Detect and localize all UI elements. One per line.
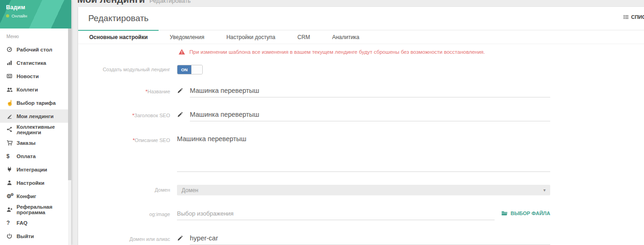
- menu-section-label: Меню: [0, 28, 71, 43]
- gears-icon: ⚙⚙: [6, 194, 17, 199]
- modular-landing-toggle[interactable]: ON: [177, 65, 203, 74]
- sidebar-item-colleagues[interactable]: Коллеги: [0, 83, 71, 96]
- list-icon: [623, 14, 629, 20]
- dollar-icon: $: [6, 154, 17, 159]
- field-row-seo-description: *Описание SEO Машинка перевертыш: [78, 135, 644, 172]
- seo-title-input[interactable]: [190, 110, 550, 121]
- edit-pencil-icon: [177, 86, 190, 94]
- power-icon: [6, 233, 17, 239]
- sidebar-item-label: FAQ: [17, 220, 28, 226]
- warning-text: При изменении шаблона все изменения в ва…: [189, 49, 485, 55]
- user-icon: [6, 180, 17, 186]
- sidebar-item-label: Выйти: [17, 234, 34, 239]
- user-name: Вадим: [6, 4, 71, 11]
- sidebar-item-news[interactable]: Новости: [0, 69, 71, 83]
- file-picker-label: ВЫБОР ФАЙЛА: [511, 211, 550, 216]
- sidebar-item-logout[interactable]: Выйти: [0, 229, 71, 243]
- sidebar: Вадим Онлайн Меню Рабочий стол Статистик…: [0, 0, 71, 245]
- sidebar-item-label: Статистика: [17, 60, 46, 66]
- sidebar-item-tariff[interactable]: ☝ Выбор тарифа: [0, 96, 71, 109]
- seo-description-label: *Описание SEO: [78, 135, 170, 143]
- sidebar-item-label: Мои лендинги: [17, 114, 54, 119]
- tab-crm[interactable]: CRM: [286, 30, 321, 44]
- field-row-og-image: og:image ВЫБОР ФАЙЛА: [78, 209, 644, 220]
- edit-pencil-icon: [177, 234, 190, 241]
- name-input[interactable]: [190, 86, 550, 97]
- user-status-label: Онлайн: [11, 13, 27, 18]
- tab-bar: Основные настройки Уведомления Настройки…: [78, 30, 644, 44]
- toggle-off-segment: [191, 65, 202, 74]
- domain-label: Домен: [78, 187, 170, 193]
- tab-content: При изменении шаблона все изменения в ва…: [78, 44, 644, 245]
- tab-analytics[interactable]: Аналитика: [321, 30, 370, 44]
- caret-down-icon: ▾: [543, 188, 546, 193]
- pen-icon: [6, 113, 17, 119]
- sidebar-item-config[interactable]: ⚙⚙ Конфиг: [0, 189, 71, 203]
- file-picker-button[interactable]: ВЫБОР ФАЙЛА: [501, 209, 550, 217]
- sidebar-item-settings[interactable]: Настройки: [0, 176, 71, 189]
- field-row-name: *Название: [78, 86, 644, 97]
- list-button[interactable]: СПИСОК: [623, 14, 644, 20]
- tab-access-settings[interactable]: Настройки доступа: [215, 30, 286, 44]
- user-panel: Вадим Онлайн: [0, 0, 71, 28]
- card-title: Редактировать: [88, 13, 148, 23]
- share-icon: [6, 126, 17, 132]
- tab-notifications[interactable]: Уведомления: [159, 30, 215, 44]
- sidebar-item-collective-landings[interactable]: Коллективные лендинги: [0, 123, 71, 136]
- news-icon: [6, 73, 17, 79]
- page-title: Мои лендинги: [77, 0, 145, 5]
- sidebar-item-label: Настройки: [17, 180, 45, 186]
- sidebar-item-statistics[interactable]: Статистика: [0, 56, 71, 69]
- sidebar-item-label: Рабочий стол: [17, 47, 52, 52]
- sidebar-item-label: Реферальная программа: [17, 204, 71, 215]
- field-row-domain: Домен Домен ▾: [78, 185, 644, 195]
- sidebar-scrollbar-thumb[interactable]: [68, 28, 71, 180]
- sidebar-item-integrations[interactable]: Интеграции: [0, 163, 71, 176]
- plug-icon: [6, 166, 17, 172]
- online-dot: [6, 14, 9, 17]
- bar-chart-icon: [6, 60, 17, 66]
- field-row-seo-title: *Заголовок SEO: [78, 110, 644, 121]
- dashboard-icon: [6, 46, 17, 52]
- sidebar-item-payment[interactable]: $ Оплата: [0, 149, 71, 163]
- modular-label: Создать модульный лендинг: [78, 67, 170, 73]
- sidebar-item-orders[interactable]: Заказы: [0, 136, 71, 149]
- seo-description-textarea[interactable]: Машинка перевертыш: [177, 135, 550, 172]
- field-row-modular: Создать модульный лендинг ON: [78, 65, 644, 74]
- edit-pencil-icon: [177, 110, 190, 118]
- sidebar-item-dashboard[interactable]: Рабочий стол: [0, 43, 71, 56]
- breadcrumb: Мои лендинги Редактировать: [77, 0, 191, 5]
- sidebar-item-label: Интеграции: [17, 167, 47, 172]
- sidebar-item-my-landings[interactable]: Мои лендинги: [0, 109, 71, 123]
- warning-icon: [178, 49, 185, 55]
- sidebar-item-label: Коллективные лендинги: [17, 124, 71, 135]
- sidebar-item-label: Выбор тарифа: [17, 100, 56, 106]
- folder-icon: [501, 210, 508, 217]
- users-icon: [6, 86, 17, 93]
- seo-title-label: *Заголовок SEO: [78, 110, 170, 119]
- og-image-label: og:image: [78, 209, 170, 217]
- user-status: Онлайн: [6, 13, 71, 18]
- sidebar-item-label: Заказы: [17, 140, 35, 146]
- tab-main-settings[interactable]: Основные настройки: [78, 30, 159, 44]
- template-warning: При изменении шаблона все изменения в ва…: [178, 49, 644, 55]
- field-row-domain-alias: Домен или алиас: [78, 234, 644, 245]
- sidebar-item-label: Новости: [17, 74, 39, 79]
- sidebar-item-faq[interactable]: ? FAQ: [0, 216, 71, 229]
- edit-card: Редактировать СПИСОК Основные настройки …: [78, 7, 644, 245]
- sidebar-item-referral[interactable]: Реферальная программа: [0, 203, 71, 216]
- question-icon: ?: [6, 220, 17, 226]
- name-label: *Название: [78, 86, 170, 95]
- toggle-on-label: ON: [177, 65, 191, 74]
- sidebar-item-label: Оплата: [17, 154, 36, 159]
- og-image-input[interactable]: [177, 209, 495, 220]
- sidebar-item-label: Конфиг: [17, 194, 36, 199]
- domain-alias-label: Домен или алиас: [78, 234, 170, 242]
- list-button-label: СПИСОК: [631, 14, 644, 20]
- domain-alias-input[interactable]: [190, 234, 550, 245]
- domain-select[interactable]: Домен ▾: [177, 185, 550, 195]
- page-subtitle: Редактировать: [149, 0, 191, 4]
- sidebar-item-label: Коллеги: [17, 87, 38, 92]
- hand-pointer-icon: ☝: [6, 100, 17, 106]
- user-plus-icon: [6, 206, 17, 213]
